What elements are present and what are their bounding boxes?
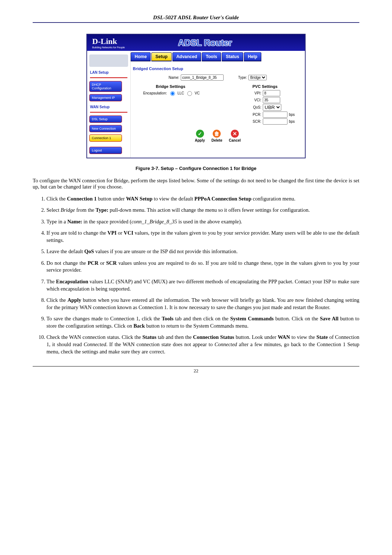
- step-4: If you are told to change the VPI or VCI…: [46, 230, 359, 244]
- vci-input[interactable]: [263, 97, 280, 103]
- tab-setup[interactable]: Setup: [151, 52, 171, 61]
- name-label: Name:: [169, 76, 179, 80]
- check-icon: ✓: [196, 130, 204, 138]
- pcr-label: PCR:: [229, 113, 261, 117]
- vpi-label: VPI:: [229, 91, 261, 95]
- sidebar-item-logout[interactable]: Logout: [89, 147, 122, 154]
- name-input[interactable]: [181, 74, 224, 81]
- scr-label: SCR:: [229, 119, 261, 123]
- sidebar-divider: [90, 112, 127, 113]
- tab-home[interactable]: Home: [131, 52, 151, 61]
- sidebar-item-new-connection[interactable]: New Connection: [89, 125, 122, 132]
- sidebar-item-dhcp[interactable]: DHCP Configuration: [89, 81, 122, 92]
- step-9: To save the changes made to Connection 1…: [46, 315, 359, 329]
- close-icon: ✕: [231, 130, 239, 138]
- step-8: Click the Apply button when you have ent…: [46, 297, 359, 311]
- pcr-input[interactable]: [263, 112, 287, 118]
- step-5: Leave the default QoS values if you are …: [46, 248, 359, 255]
- tab-status[interactable]: Status: [222, 52, 243, 61]
- qos-label: QoS:: [229, 105, 261, 109]
- router-header: D-Link Building Networks for People ADSL…: [87, 35, 305, 51]
- panel-title: Bridged Connection Setup: [131, 65, 305, 74]
- page-footer: 22: [33, 366, 359, 374]
- product-title: ADSL Router: [125, 38, 300, 48]
- encap-llc-radio[interactable]: [170, 91, 175, 96]
- bridge-settings: Bridge Settings Encapsulation: LLC VC: [134, 84, 207, 125]
- sidebar-item-connection-1[interactable]: Connection 1: [89, 134, 122, 142]
- step-2: Select Bridge from the Type: pull-down m…: [46, 207, 359, 214]
- apply-label: Apply: [195, 138, 205, 142]
- doc-header: DSL-502T ADSL Router User's Guide: [33, 15, 359, 23]
- tab-advanced[interactable]: Advanced: [172, 52, 201, 61]
- sidebar-divider: [90, 77, 127, 78]
- router-screenshot: D-Link Building Networks for People ADSL…: [86, 34, 306, 158]
- sidebar-heading-wan: WAN Setup: [89, 104, 128, 110]
- intro-text: To configure the WAN connection for Brid…: [33, 178, 359, 190]
- scr-unit: bps: [289, 119, 295, 123]
- type-label: Type:: [238, 76, 247, 80]
- bridge-heading: Bridge Settings: [134, 84, 207, 89]
- pvc-heading: PVC Settings: [229, 84, 301, 89]
- apply-button[interactable]: ✓ Apply: [195, 130, 205, 142]
- delete-button[interactable]: 🗑 Delete: [211, 130, 222, 142]
- scr-input[interactable]: [263, 118, 287, 125]
- router-image: [89, 54, 128, 67]
- logo-text: D-Link: [92, 37, 117, 46]
- figure-caption: Figure 3-7. Setup – Configure Connection…: [33, 166, 359, 171]
- pvc-settings: PVC Settings VPI: VCI: QoS:UBR PCR:bps S…: [229, 84, 301, 125]
- vpi-input[interactable]: [263, 90, 280, 96]
- delete-label: Delete: [211, 138, 222, 142]
- tab-tools[interactable]: Tools: [202, 52, 221, 61]
- cancel-button[interactable]: ✕ Cancel: [229, 130, 241, 142]
- encap-vc-label: VC: [195, 91, 200, 95]
- step-6: Do not change the PCR or SCR values unle…: [46, 260, 359, 274]
- main-panel: Home Setup Advanced Tools Status Help Br…: [131, 51, 305, 158]
- trash-icon: 🗑: [213, 130, 221, 138]
- sidebar-item-management-ip[interactable]: Management IP: [89, 94, 122, 101]
- steps-list: Click the Connection 1 button under WAN …: [33, 195, 359, 356]
- encap-label: Encapsulation:: [134, 91, 167, 95]
- step-3: Type in a Name: in the space provided (c…: [46, 218, 359, 226]
- qos-select[interactable]: UBR: [263, 104, 281, 111]
- action-bar: ✓ Apply 🗑 Delete ✕ Cancel: [131, 130, 305, 142]
- tab-bar: Home Setup Advanced Tools Status Help: [131, 52, 305, 61]
- encap-vc-radio[interactable]: [187, 91, 192, 96]
- step-10: Check the WAN connection status. Click t…: [46, 334, 359, 355]
- pcr-unit: bps: [289, 113, 295, 117]
- vci-label: VCI:: [229, 98, 261, 102]
- step-7: The Encapsulation values LLC (SNAP) and …: [46, 278, 359, 292]
- cancel-label: Cancel: [229, 138, 241, 142]
- sidebar: LAN Setup DHCP Configuration Management …: [87, 51, 131, 158]
- encap-llc-label: LLC: [177, 91, 184, 95]
- type-select[interactable]: Bridge: [248, 75, 267, 80]
- logo-tagline: Building Networks for People: [92, 46, 125, 49]
- page-number: 22: [194, 368, 199, 373]
- tab-help[interactable]: Help: [244, 52, 261, 61]
- sidebar-item-dsl-setup[interactable]: DSL Setup: [89, 116, 122, 123]
- sidebar-heading-lan: LAN Setup: [89, 69, 128, 75]
- dlink-logo: D-Link Building Networks for People: [92, 37, 125, 49]
- step-1: Click the Connection 1 button under WAN …: [46, 195, 359, 203]
